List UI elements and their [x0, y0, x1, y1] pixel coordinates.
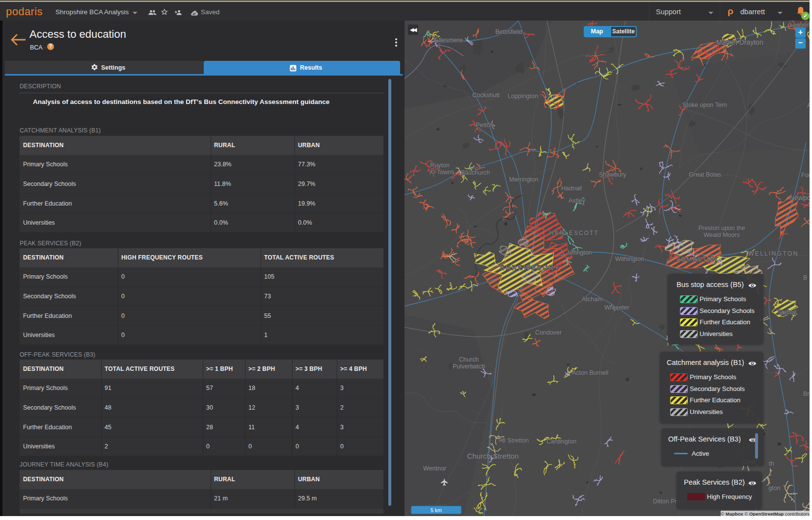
svg-text:Acton Burnell: Acton Burnell — [572, 369, 608, 376]
svg-text:B: B — [803, 274, 807, 281]
svg-text:Weald Moors: Weald Moors — [704, 232, 739, 238]
svg-text:Condover: Condover — [535, 329, 562, 336]
svg-text:Ruyton: Ruyton — [430, 162, 450, 169]
svg-text:All Stretton: All Stretton — [499, 437, 529, 444]
svg-text:ADMASTON: ADMASTON — [677, 256, 718, 263]
svg-text:Petton: Petton — [476, 122, 493, 129]
svg-text:Astley: Astley — [568, 197, 586, 204]
svg-text:Preston upon the: Preston upon the — [698, 225, 745, 232]
svg-text:Forton: Forton — [801, 172, 810, 179]
svg-text:Wentnor: Wentnor — [423, 465, 446, 472]
svg-text:Great Bolas: Great Bolas — [689, 171, 721, 178]
svg-text:Church Stretton: Church Stretton — [467, 452, 518, 460]
svg-text:WELLINGTON: WELLINGTON — [748, 250, 798, 257]
svg-text:Merrington: Merrington — [509, 176, 539, 183]
svg-text:Market Drayton: Market Drayton — [716, 38, 763, 46]
svg-text:Bettisfield: Bettisfield — [495, 28, 522, 35]
svg-text:Ellesmere: Ellesmere — [434, 36, 463, 44]
svg-text:Newport: Newport — [789, 194, 810, 202]
svg-text:Pulverbatch: Pulverbatch — [453, 363, 485, 370]
svg-text:Atcham: Atcham — [582, 296, 602, 303]
svg-text:Hadnall: Hadnall — [561, 185, 582, 192]
svg-text:HARLESCOTT: HARLESCOTT — [549, 230, 599, 236]
svg-text:Withington: Withington — [615, 256, 644, 262]
svg-text:gton: gton — [768, 485, 780, 492]
svg-text:Loppington: Loppington — [508, 93, 538, 100]
svg-text:Bros: Bros — [803, 390, 810, 397]
svg-text:Cockshutt: Cockshutt — [472, 92, 500, 99]
svg-text:Cardington: Cardington — [546, 438, 576, 445]
svg-text:Shifnal: Shifnal — [778, 309, 796, 316]
svg-text:Wroxeter: Wroxeter — [604, 304, 629, 311]
svg-text:Church: Church — [459, 356, 479, 363]
svg-text:th: th — [769, 460, 774, 467]
svg-text:XI-Towns: XI-Towns — [429, 169, 454, 176]
svg-text:Shawbury: Shawbury — [599, 171, 626, 178]
svg-text:SHREWSBURY: SHREWSBURY — [500, 264, 561, 271]
svg-text:Baschurch: Baschurch — [461, 169, 490, 176]
svg-text:Adbas: Adbas — [807, 102, 810, 109]
svg-text:Stoke upon Tern: Stoke upon Tern — [682, 102, 727, 108]
svg-text:Uffington: Uffington — [568, 249, 592, 256]
